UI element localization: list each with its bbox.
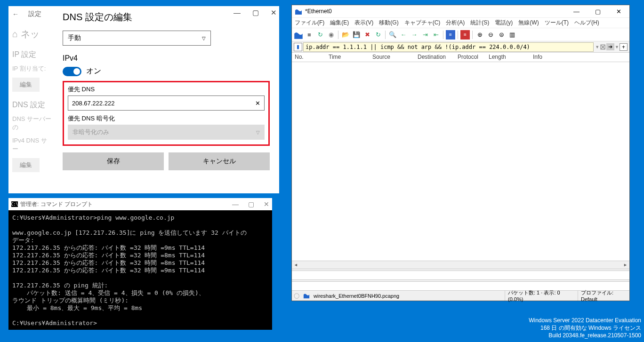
col-time[interactable]: Time	[326, 53, 370, 62]
filter-dropdown-icon[interactable]: ▼	[595, 45, 599, 49]
find-packet-icon[interactable]: 🔍	[388, 30, 397, 40]
save-file-icon[interactable]: 💾	[352, 30, 361, 40]
menu-tools[interactable]: ツール(T)	[545, 19, 569, 27]
wireshark-toolbar: ■ ↻ ◉ 📂 💾 ✖ ↻ 🔍 ← → ⇥ ⇤ ≡ ≡ ⊕ ⊖ ⊜ ▥	[292, 28, 629, 41]
chevron-down-icon: ▽	[256, 130, 260, 135]
colorize-icon[interactable]: ≡	[460, 30, 470, 40]
cmd-titlebar[interactable]: C:\ 管理者: コマンド プロンプト — ▢ ✕	[8, 198, 272, 210]
cmd-icon: C:\	[11, 201, 18, 207]
close-icon[interactable]: ✕	[264, 200, 269, 208]
menu-edit[interactable]: 編集(E)	[330, 19, 349, 27]
menu-view[interactable]: 表示(V)	[354, 19, 373, 27]
dns-server-label: DNS サーバーの	[12, 115, 52, 132]
watermark-line3: Build 20348.fe_release.210507-1500	[529, 332, 641, 339]
menu-file[interactable]: ファイル(F)	[295, 19, 324, 27]
ipv4-toggle-row: オン	[63, 66, 270, 76]
col-length[interactable]: Length	[486, 53, 530, 62]
wireshark-system-buttons: — ▢ ✕	[566, 5, 629, 17]
ipv4-heading: IPv4	[63, 54, 270, 63]
menu-analyze[interactable]: 分析(A)	[446, 19, 465, 27]
packet-details-pane[interactable]	[292, 271, 629, 279]
autoscroll-icon[interactable]: ≡	[446, 30, 455, 40]
menu-help[interactable]: ヘルプ(H)	[574, 19, 599, 27]
filter-history-icon[interactable]: ▼	[615, 45, 619, 49]
start-capture-icon[interactable]	[294, 30, 303, 40]
dns-mode-select[interactable]: 手動 ▽	[63, 31, 211, 46]
scroll-left-icon[interactable]: ◄	[292, 261, 300, 269]
col-source[interactable]: Source	[370, 53, 415, 62]
close-icon[interactable]: ✕	[608, 5, 629, 17]
back-arrow-icon[interactable]: ←	[12, 10, 19, 18]
display-filter-input[interactable]	[303, 42, 594, 52]
ipv4-dns-label: IPv4 DNS サー	[12, 136, 52, 153]
col-info[interactable]: Info	[530, 53, 629, 62]
menu-statistics[interactable]: 統計(S)	[470, 19, 489, 27]
wireshark-filter-bar: ▮ ▼ ⊠ ➔ ▼ +	[292, 41, 629, 53]
go-forward-icon[interactable]: →	[410, 30, 419, 40]
cancel-button[interactable]: キャンセル	[169, 152, 270, 170]
minimize-icon[interactable]: —	[566, 5, 587, 17]
maximize-icon[interactable]: ▢	[587, 5, 608, 17]
dns-edit-button[interactable]: 編集	[12, 158, 40, 172]
home-text: ネッ	[21, 28, 40, 40]
zoom-in-icon[interactable]: ⊕	[475, 30, 484, 40]
menu-telephony[interactable]: 電話(y)	[495, 19, 513, 27]
cmd-output[interactable]: C:¥Users¥Administrator>ping www.google.c…	[8, 210, 272, 331]
col-protocol[interactable]: Protocol	[455, 53, 486, 62]
ip-assign-label: IP 割り当て:	[12, 64, 52, 73]
ip-edit-button[interactable]: 編集	[12, 78, 40, 92]
capture-file-icon[interactable]	[301, 292, 312, 300]
menu-go[interactable]: 移動(G)	[379, 19, 398, 27]
restart-capture-icon[interactable]: ↻	[315, 30, 325, 40]
settings-back-row[interactable]: ← 設定	[12, 10, 52, 18]
stop-capture-icon[interactable]: ■	[305, 30, 314, 40]
menu-wireless[interactable]: 無線(W)	[518, 19, 539, 27]
open-file-icon[interactable]: 📂	[341, 30, 350, 40]
apply-filter-icon[interactable]: ➔	[606, 43, 614, 50]
packet-bytes-pane[interactable]	[292, 282, 629, 290]
dns-mode-value: 手動	[68, 34, 81, 42]
bookmark-icon[interactable]: ▮	[294, 43, 302, 51]
go-back-icon[interactable]: ←	[399, 30, 408, 40]
preferred-dns-input[interactable]: 208.67.222.222 ✕	[68, 95, 265, 111]
settings-system-menu: — ▢ ✕	[233, 8, 277, 17]
resize-columns-icon[interactable]: ▥	[507, 30, 517, 40]
close-file-icon[interactable]: ✖	[362, 30, 372, 40]
preferred-dns-label: 優先 DNS	[68, 85, 265, 94]
encryption-value: 非暗号化のみ	[72, 128, 109, 136]
command-prompt-window: C:\ 管理者: コマンド プロンプト — ▢ ✕ C:¥Users¥Admin…	[8, 198, 272, 330]
minimize-icon[interactable]: —	[233, 8, 241, 17]
zoom-out-icon[interactable]: ⊖	[486, 30, 495, 40]
menu-capture[interactable]: キャプチャ(C)	[404, 19, 441, 27]
settings-home[interactable]: ⌂ ネッ	[12, 28, 52, 40]
encryption-select[interactable]: 非暗号化のみ ▽	[68, 125, 265, 140]
go-to-packet-icon[interactable]: ⇥	[420, 30, 430, 40]
col-destination[interactable]: Destination	[415, 53, 455, 62]
clear-input-icon[interactable]: ✕	[255, 100, 260, 107]
horizontal-scrollbar[interactable]: ◄ ►	[292, 261, 629, 269]
toggle-on-label: オン	[86, 66, 101, 76]
minimize-icon[interactable]: —	[232, 200, 239, 208]
reload-icon[interactable]: ↻	[373, 30, 383, 40]
save-button[interactable]: 保存	[63, 152, 164, 170]
toolbar-separator	[338, 31, 338, 39]
expert-info-icon[interactable]: ◯	[292, 293, 301, 299]
packet-list-pane[interactable]: ◄ ►	[292, 62, 629, 269]
capture-options-icon[interactable]: ◉	[326, 30, 336, 40]
chevron-down-icon: ▽	[202, 36, 206, 41]
wireshark-titlebar[interactable]: *Ethernet0 — ▢ ✕	[292, 5, 629, 18]
clear-filter-icon[interactable]: ⊠	[600, 42, 606, 51]
close-icon[interactable]: ✕	[271, 8, 277, 17]
maximize-icon[interactable]: ▢	[248, 200, 254, 208]
add-filter-button[interactable]: +	[620, 43, 628, 51]
wireshark-statusbar: ◯ wireshark_Ethernet0BFNH90.pcapng パケット数…	[292, 290, 629, 301]
zoom-reset-icon[interactable]: ⊜	[497, 30, 506, 40]
go-first-icon[interactable]: ⇤	[431, 30, 441, 40]
settings-sidebar: ← 設定 ⌂ ネッ IP 設定 IP 割り当て: 編集 DNS 設定 DNS サ…	[8, 6, 56, 193]
ipv4-toggle[interactable]	[63, 67, 81, 76]
scroll-right-icon[interactable]: ►	[621, 261, 629, 269]
col-no[interactable]: No.	[292, 53, 326, 62]
status-profile[interactable]: プロファイル: Default	[578, 291, 629, 301]
cmd-system-buttons: — ▢ ✕	[232, 200, 269, 208]
maximize-icon[interactable]: ▢	[252, 8, 259, 17]
